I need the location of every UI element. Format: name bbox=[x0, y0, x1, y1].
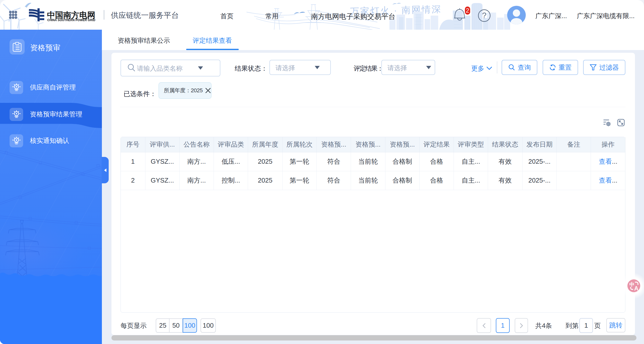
svg-text:?: ? bbox=[482, 11, 486, 20]
svg-text:A: A bbox=[634, 285, 638, 292]
svg-text:中: 中 bbox=[629, 282, 634, 287]
